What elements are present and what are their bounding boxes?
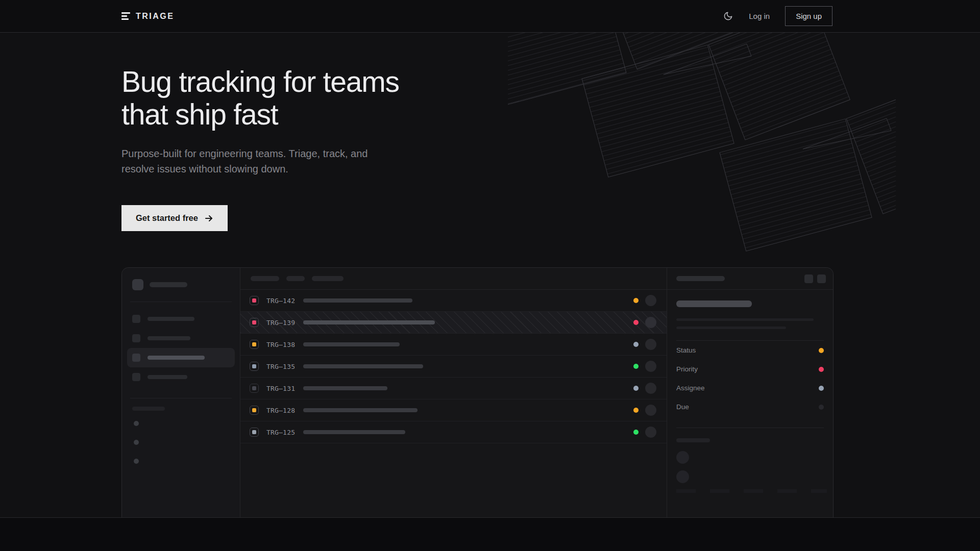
login-link[interactable]: Log in bbox=[749, 12, 770, 20]
get-started-button[interactable]: Get started free bbox=[121, 205, 228, 231]
assignee-avatar bbox=[645, 339, 656, 350]
dot bbox=[134, 440, 139, 445]
brand-name: TRIAGE bbox=[136, 12, 174, 21]
issue-title-placeholder bbox=[303, 364, 423, 368]
hero-title: Bug tracking for teams that ship fast bbox=[121, 65, 980, 131]
status-dot bbox=[633, 364, 639, 369]
issue-type-icon bbox=[250, 362, 259, 371]
issue-id: TRG–138 bbox=[266, 341, 295, 348]
issue-title-placeholder bbox=[303, 430, 405, 434]
status-dot bbox=[633, 298, 639, 303]
issue-id: TRG–142 bbox=[266, 297, 295, 305]
landing-page: TRIAGE Log in Sign up bbox=[0, 0, 980, 551]
mock-tab-placeholder bbox=[312, 276, 344, 281]
field-row-status: Status bbox=[676, 341, 824, 360]
issue-id: TRG–139 bbox=[266, 319, 295, 327]
issue-row: TRG–135 bbox=[240, 356, 667, 378]
mock-detail-header-buttons bbox=[804, 274, 826, 283]
issue-row-highlighted: TRG–139 bbox=[240, 312, 667, 334]
issue-type-icon bbox=[250, 384, 259, 393]
mock-text-line-placeholder bbox=[676, 327, 786, 329]
mock-nav-label-placeholder bbox=[148, 375, 187, 379]
dot bbox=[134, 421, 139, 426]
mock-workspace-title-placeholder bbox=[150, 282, 187, 287]
mock-workspace-row bbox=[132, 279, 230, 290]
mock-avatar bbox=[676, 470, 689, 483]
issue-id: TRG–131 bbox=[266, 385, 295, 392]
divider bbox=[676, 428, 824, 428]
status-dot bbox=[633, 430, 639, 435]
assignee-avatar bbox=[645, 405, 656, 416]
mock-nav-item bbox=[127, 329, 235, 348]
issue-type-icon bbox=[250, 428, 259, 437]
nav-actions: Log in Sign up bbox=[722, 6, 832, 26]
mock-tab-placeholder bbox=[251, 276, 279, 281]
issue-row: TRG–128 bbox=[240, 399, 667, 421]
field-label: Priority bbox=[676, 365, 698, 373]
issue-id: TRG–135 bbox=[266, 363, 295, 370]
issue-row: TRG–125 bbox=[240, 421, 667, 443]
mock-sidebar bbox=[122, 268, 240, 517]
mock-nav-label-placeholder bbox=[148, 317, 194, 321]
field-row-assignee: Assignee bbox=[676, 379, 824, 397]
hero-title-line2: that ship fast bbox=[121, 98, 278, 131]
status-dot bbox=[633, 342, 639, 347]
issue-type-icon bbox=[250, 318, 259, 327]
arrow-right-icon bbox=[204, 214, 213, 223]
mock-dashed-strip bbox=[676, 489, 827, 493]
mock-issue-list: TRG–142 TRG–139 bbox=[240, 268, 667, 517]
status-dot bbox=[633, 408, 639, 413]
mock-nav-label-placeholder bbox=[148, 336, 190, 340]
issue-title-placeholder bbox=[303, 298, 412, 303]
due-value-dot bbox=[819, 405, 824, 410]
assignee-avatar bbox=[645, 317, 656, 328]
hero-subtitle-line1: Purpose-built for engineering teams. Tri… bbox=[121, 148, 368, 159]
assignee-avatar bbox=[645, 361, 656, 372]
mock-section-label-placeholder bbox=[676, 438, 710, 442]
theme-toggle-moon-icon[interactable] bbox=[722, 11, 733, 22]
mock-workspace-logo bbox=[132, 279, 143, 290]
assignee-value-dot bbox=[819, 386, 824, 391]
hero-subtitle: Purpose-built for engineering teams. Tri… bbox=[121, 146, 980, 177]
issue-row: TRG–131 bbox=[240, 378, 667, 399]
mock-nav-item-active bbox=[127, 348, 235, 367]
issue-title-placeholder bbox=[303, 342, 400, 346]
mock-nav-list bbox=[132, 309, 230, 387]
mock-text-line-placeholder bbox=[676, 318, 814, 321]
issue-title-placeholder bbox=[303, 320, 435, 324]
assignee-avatar bbox=[645, 295, 656, 306]
triage-bars-icon bbox=[121, 12, 130, 20]
hero-title-line1: Bug tracking for teams bbox=[121, 65, 399, 98]
field-row-priority: Priority bbox=[676, 360, 824, 379]
assignee-avatar bbox=[645, 383, 656, 394]
mock-detail-header bbox=[667, 268, 833, 289]
signup-button[interactable]: Sign up bbox=[785, 6, 832, 26]
field-label: Status bbox=[676, 346, 696, 354]
issue-id: TRG–125 bbox=[266, 429, 295, 436]
mock-nav-icon bbox=[132, 373, 140, 381]
issue-type-icon bbox=[250, 340, 259, 349]
hero-copy: Bug tracking for teams that ship fast Pu… bbox=[0, 33, 980, 231]
status-dot bbox=[633, 386, 639, 391]
issue-type-icon bbox=[250, 296, 259, 305]
brand-logo[interactable]: TRIAGE bbox=[121, 12, 174, 21]
field-label: Due bbox=[676, 403, 689, 411]
assignee-avatar bbox=[645, 427, 656, 438]
mock-nav-item bbox=[127, 367, 235, 387]
divider bbox=[130, 302, 232, 302]
field-label: Assignee bbox=[676, 384, 705, 392]
mock-nav-icon bbox=[132, 354, 140, 362]
mock-icon-button bbox=[804, 274, 813, 283]
hero-subtitle-line2: resolve issues without slowing down. bbox=[121, 163, 288, 174]
mock-list-body: TRG–142 TRG–139 bbox=[240, 289, 667, 443]
mock-avatar bbox=[676, 451, 689, 464]
mock-icon-button bbox=[817, 274, 826, 283]
issue-title-placeholder bbox=[303, 386, 387, 390]
mock-section-label-placeholder bbox=[132, 407, 165, 411]
mock-detail-body: Status Priority Assignee Due bbox=[667, 289, 833, 493]
mock-nav-icon bbox=[132, 315, 140, 323]
issue-type-icon bbox=[250, 406, 259, 415]
mock-tab-placeholder bbox=[286, 276, 305, 281]
mock-nav-icon bbox=[132, 334, 140, 342]
status-dot bbox=[633, 320, 639, 325]
